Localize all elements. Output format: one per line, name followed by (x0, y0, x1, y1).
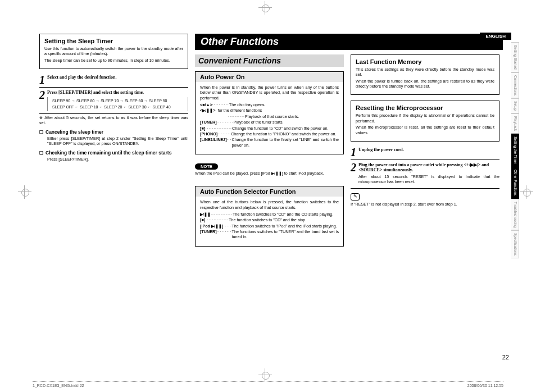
main-title: Other Functions (198, 35, 281, 49)
reset-step-num-2: 2 (351, 162, 356, 172)
side-tab-3: Playback (511, 113, 519, 134)
cancel-heading: ❏Canceling the sleep timer (39, 129, 188, 135)
ap-desc-4: Change the function to "CD" and switch t… (232, 126, 339, 131)
ap-lab-4: [PHONO] (200, 131, 217, 136)
auto-selector-intro: When one of the buttons below is pressed… (200, 199, 339, 210)
language-tab: ENGLISH (480, 33, 511, 40)
cancel-heading-text: Canceling the sleep timer (46, 129, 103, 135)
section-title-text: Convenient Functions (198, 56, 340, 65)
as-lab-0: ▶/❚❚ (200, 212, 211, 217)
regmark-bottom (258, 368, 272, 382)
reset-step-2: 2 Plug the power cord into a power outle… (351, 162, 499, 186)
main-title-bar: Other Functions (195, 34, 503, 50)
check-heading: ❏Checking the time remaining until the s… (39, 150, 188, 156)
sleep-timer-title: Setting the Sleep Timer (44, 38, 183, 44)
reset-after: After about 15 seconds "RESET" is displa… (358, 174, 499, 185)
ap-lab-3: [■] (200, 126, 205, 131)
ap-lab-0: <■/▲> (200, 102, 212, 107)
side-tab-7: Specifications (511, 230, 519, 258)
sleep-timer-intro1: Use this function to automatically switc… (44, 46, 183, 57)
regmark-left (18, 185, 31, 199)
note-pill: NOTE (195, 163, 218, 170)
step-num-1: 1 (39, 75, 45, 85)
pencil-icon: ✎ (351, 193, 360, 200)
sleep-note: ※ After about 5 seconds, the set returns… (39, 115, 188, 126)
ap-desc-1: for the different functions (217, 108, 339, 113)
side-tab-4: Setting the Timer (511, 134, 519, 167)
step-1: 1 Select and play the desired function. (39, 75, 188, 85)
last-function-box: Last Function Memory This stores the set… (351, 54, 499, 95)
sleep-timer-box: Setting the Sleep Timer Use this functio… (39, 34, 188, 69)
auto-selector-list: ▶/❚❚ ············· The function switches… (200, 212, 339, 240)
as-desc-2: The function switches to "iPod" and the … (231, 224, 339, 229)
ap-lab-5: [LINE1/LINE2] (200, 137, 227, 148)
ap-lab-1: <▶/❚❚> (200, 108, 215, 113)
center-column: Convenient Functions Auto Power On When … (195, 54, 344, 252)
auto-power-intro: When the power is in standby, the power … (200, 85, 339, 101)
ap-lab-2: [TUNER] (200, 120, 217, 125)
reset-p1: Perform this procedure if the display is… (356, 113, 494, 124)
as-desc-3: The functions switches to "TUNER" and th… (232, 229, 339, 240)
left-column: Setting the Sleep Timer Use this functio… (39, 34, 188, 252)
side-tab-2: Setup (511, 98, 519, 113)
check-heading-text: Checking the time remaining until the sl… (46, 150, 171, 156)
section-title: Convenient Functions (195, 54, 344, 67)
regmark-right (520, 185, 533, 199)
step-2-text: Press [SLEEP/TIMER] and select the setti… (47, 90, 144, 95)
step-num-2: 2 (39, 90, 45, 100)
footer-left: 1_RCD-CX1E3_ENG.indd 22 (33, 384, 84, 388)
auto-power-title: Auto Power On (200, 74, 339, 80)
manual-page: ENGLISH Getting Started Connections Setu… (0, 0, 536, 392)
side-tab-5: Other Functions (511, 167, 519, 198)
last-function-p2: When the power is turned back on, the se… (356, 79, 494, 89)
reset-step-1-text: Unplug the power cord. (358, 147, 404, 152)
ap-desc-0: The disc tray opens. (229, 102, 339, 107)
step-1-text: Select and play the desired function. (47, 75, 116, 80)
print-footer: 1_RCD-CX1E3_ENG.indd 22 2008/06/30 11:12… (33, 381, 503, 388)
ap-desc-6: Change the function to the finally set "… (232, 137, 339, 148)
footer-right: 2008/06/30 11:12:55 (467, 384, 503, 388)
as-lab-2: [iPod ▶/❚❚] (200, 224, 223, 229)
last-function-p1: This stores the settings as they were di… (356, 67, 494, 78)
as-lab-3: [TUNER] (200, 229, 217, 240)
check-text: Press [SLEEP/TIMER]. (39, 157, 188, 162)
as-desc-1: The function switches to "CD" and the st… (229, 217, 339, 222)
side-tab-6: Troubleshooting (511, 199, 519, 230)
reset-tip: If "RESET" is not displayed in step 2, s… (351, 202, 499, 207)
cancel-text: Either press [SLEEP/TIMER] at step 2 und… (39, 136, 188, 147)
side-tab-0: Getting Started (511, 42, 519, 72)
auto-selector-box: Auto Function Selector Function When one… (195, 186, 344, 247)
reset-step-1: 1 Unplug the power cord. (351, 147, 499, 157)
sleep-timer-intro2: The sleep timer can be set to up to 90 m… (44, 58, 183, 63)
reset-p2: When the microprocessor is reset, all th… (356, 125, 494, 135)
auto-selector-title: Auto Function Selector Function (200, 188, 339, 195)
ap-desc-5: Change the function to "PHONO" and switc… (231, 131, 339, 136)
as-lab-1: [■] (200, 217, 205, 222)
note-text: When the iPod can be played, press [iPod… (195, 171, 344, 176)
last-function-title: Last Function Memory (356, 58, 494, 65)
regmark-top (258, 1, 272, 15)
sleep-sequence: SLEEP 90 → SLEEP 80 → SLEEP 70 → SLEEP 6… (47, 97, 188, 111)
as-desc-0: The function switches to "CD" and the CD… (233, 212, 339, 217)
ap-desc-3: Playback of the tuner starts. (234, 120, 339, 125)
auto-power-box: Auto Power On When the power is in stand… (195, 71, 344, 154)
reset-title: Resetting the Microprocessor (356, 104, 494, 111)
right-column: Last Function Memory This stores the set… (351, 54, 499, 252)
step-2: 2 Press [SLEEP/TIMER] and select the set… (39, 90, 188, 111)
sleep-seq-bot: SLEEP OFF ← SLEEP 10 ← SLEEP 20 ← SLEEP … (52, 104, 183, 111)
page-number: 22 (502, 354, 509, 361)
reset-step-num-1: 1 (351, 147, 356, 157)
reset-step-2-text: Plug the power cord into a power outlet … (358, 162, 489, 172)
side-tab-1: Connections (511, 72, 519, 98)
sleep-seq-top: SLEEP 90 → SLEEP 80 → SLEEP 70 → SLEEP 6… (52, 98, 183, 104)
auto-power-list: <■/▲> ·········· The disc tray opens. <▶… (200, 102, 339, 148)
main-area: Other Functions Convenient Functions Aut… (195, 34, 503, 252)
reset-box: Resetting the Microprocessor Perform thi… (351, 101, 499, 141)
side-tabs: Getting Started Connections Setup Playba… (511, 42, 519, 258)
ap-desc-2: Playback of that source starts. (245, 114, 339, 119)
